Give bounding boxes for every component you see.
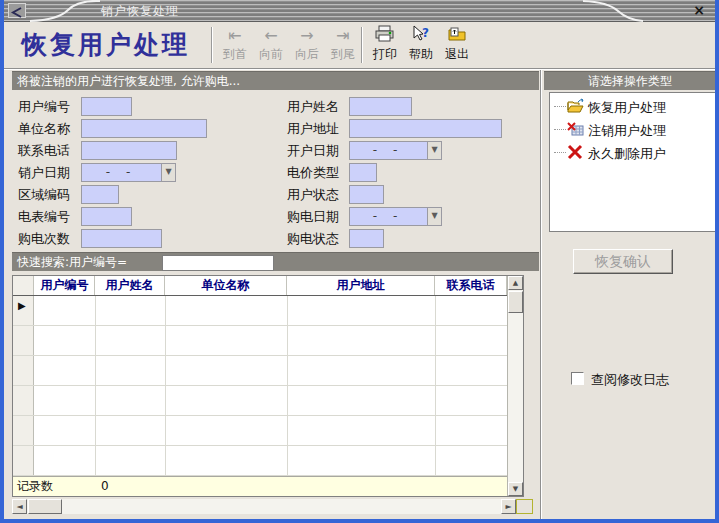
chevron-down-icon[interactable]: ▼ xyxy=(427,142,441,159)
horizontal-scrollbar[interactable]: ◄ ► xyxy=(12,499,516,514)
grid-corner-box xyxy=(516,499,533,514)
checkbox-icon[interactable] xyxy=(571,372,584,385)
grid-header-row: 用户编号 用户姓名 单位名称 用户地址 联系电话 xyxy=(13,276,507,296)
page-title: 恢复用户处理 xyxy=(22,28,190,61)
field-label: 用户状态 xyxy=(287,185,339,204)
record-count-row: 记录数 0 xyxy=(13,476,507,496)
next-arrow-icon: → xyxy=(289,25,325,47)
nav-last-button[interactable]: ⇥ 到尾 xyxy=(325,25,361,61)
vertical-scrollbar[interactable]: ▲ ▼ xyxy=(507,276,523,496)
col-header-address[interactable]: 用户地址 xyxy=(287,276,435,295)
record-count-label: 记录数 xyxy=(17,477,53,496)
field-label: 电价类型 xyxy=(287,163,339,182)
last-arrow-icon: ⇥ xyxy=(325,25,361,47)
field-label: 用户地址 xyxy=(287,119,339,138)
chevron-down-icon[interactable]: ▼ xyxy=(161,164,175,181)
exit-folder-icon xyxy=(439,25,475,47)
scroll-down-icon[interactable]: ▼ xyxy=(508,482,523,496)
table-row[interactable] xyxy=(13,356,507,386)
col-header-user-name[interactable]: 用户姓名 xyxy=(95,276,165,295)
first-arrow-icon: ⇤ xyxy=(217,25,253,47)
op-delete-user[interactable]: 永久删除用户 xyxy=(550,143,715,162)
user-status-field[interactable] xyxy=(349,185,384,204)
field-label: 单位名称 xyxy=(18,119,70,138)
exit-button[interactable]: 退出 xyxy=(439,25,475,61)
titlebar-swoosh-right xyxy=(583,0,643,22)
close-icon[interactable]: × xyxy=(691,2,707,18)
chevron-down-icon[interactable]: ▼ xyxy=(427,208,441,225)
op-cancel-user[interactable]: 注销用户处理 xyxy=(550,120,715,139)
checkbox-label: 查阅修改日志 xyxy=(591,371,669,389)
field-label: 联系电话 xyxy=(18,141,70,160)
title-bar: 销户恢复处理 × xyxy=(4,0,715,22)
table-row[interactable] xyxy=(13,326,507,356)
operation-type-list: 恢复用户处理 注销用户处理 永久删除用户 xyxy=(549,92,716,232)
user-address-field[interactable] xyxy=(349,119,502,138)
print-button[interactable]: 打印 xyxy=(367,25,403,61)
field-label: 购电日期 xyxy=(287,207,339,226)
printer-icon xyxy=(367,25,403,47)
purchase-count-field[interactable] xyxy=(81,229,162,248)
quick-search-label: 快速搜索:用户编号= xyxy=(17,255,127,269)
quick-search-bar: 快速搜索:用户编号= xyxy=(12,252,539,271)
toolbar: 恢复用户处理 ⇤ 到首 ← 向前 → 向后 ⇥ 到尾 打印 ? xyxy=(4,22,715,69)
record-count-value: 0 xyxy=(101,477,109,496)
app-icon xyxy=(8,3,26,18)
svg-text:?: ? xyxy=(422,26,429,40)
vscroll-thumb[interactable] xyxy=(508,291,523,313)
op-restore-user[interactable]: 恢复用户处理 xyxy=(550,97,715,116)
nav-first-button[interactable]: ⇤ 到首 xyxy=(217,25,253,61)
user-grid: ▶ 用户编号 用户姓名 单位名称 用户地址 联系电话 记录数 0 ▲ ▼ xyxy=(12,275,524,497)
restore-confirm-button[interactable]: 恢复确认 xyxy=(573,249,673,274)
user-name-field[interactable] xyxy=(349,97,412,116)
table-row[interactable] xyxy=(13,416,507,446)
toolbar-separator xyxy=(211,27,213,63)
purchase-status-field[interactable] xyxy=(349,229,384,248)
field-label: 电表编号 xyxy=(18,207,70,226)
nav-next-button[interactable]: → 向后 xyxy=(289,25,325,61)
instruction-bar: 将被注销的用户进行恢复处理, 允许购电... xyxy=(12,71,539,90)
delete-x-icon xyxy=(567,144,584,160)
table-row[interactable] xyxy=(13,446,507,476)
prev-arrow-icon: ← xyxy=(253,25,289,47)
hscroll-thumb[interactable] xyxy=(28,499,62,514)
operation-type-header: 请选择操作类型 xyxy=(544,71,716,90)
region-code-field[interactable] xyxy=(81,185,119,204)
titlebar-swoosh-left xyxy=(30,0,100,22)
col-header-user-id[interactable]: 用户编号 xyxy=(35,276,95,295)
close-date-picker[interactable]: - - ▼ xyxy=(81,163,176,182)
field-label: 购电状态 xyxy=(287,229,339,248)
toolbar-separator xyxy=(361,27,363,63)
table-row[interactable] xyxy=(13,386,507,416)
field-label: 用户姓名 xyxy=(287,97,339,116)
field-label: 购电次数 xyxy=(18,229,70,248)
help-button[interactable]: ? 帮助 xyxy=(403,25,439,61)
scroll-up-icon[interactable]: ▲ xyxy=(508,276,523,290)
field-label: 用户编号 xyxy=(18,97,70,116)
open-date-picker[interactable]: - - ▼ xyxy=(349,141,442,160)
unit-name-field[interactable] xyxy=(81,119,207,138)
col-header-phone[interactable]: 联系电话 xyxy=(435,276,507,295)
scroll-left-icon[interactable]: ◄ xyxy=(12,499,27,514)
table-row[interactable] xyxy=(13,296,507,326)
scroll-right-icon[interactable]: ► xyxy=(501,499,516,514)
search-input[interactable] xyxy=(162,255,274,271)
field-label: 区域编码 xyxy=(18,185,70,204)
cancel-user-icon xyxy=(567,121,584,137)
panel-divider xyxy=(540,70,542,519)
user-id-field[interactable] xyxy=(81,97,132,116)
open-folder-icon xyxy=(567,98,584,114)
nav-prev-button[interactable]: ← 向前 xyxy=(253,25,289,61)
app-window: 销户恢复处理 × 恢复用户处理 ⇤ 到首 ← 向前 → 向后 ⇥ 到尾 打印 xyxy=(0,0,719,523)
price-type-field[interactable] xyxy=(349,163,377,182)
purchase-date-picker[interactable]: - - ▼ xyxy=(349,207,442,226)
phone-field[interactable] xyxy=(81,141,177,160)
selector-header xyxy=(13,276,34,295)
meter-id-field[interactable] xyxy=(81,207,132,226)
field-label: 销户日期 xyxy=(18,163,70,182)
col-header-unit-name[interactable]: 单位名称 xyxy=(165,276,287,295)
field-label: 开户日期 xyxy=(287,141,339,160)
window-title: 销户恢复处理 xyxy=(101,3,179,20)
help-cursor-icon: ? xyxy=(403,25,439,47)
